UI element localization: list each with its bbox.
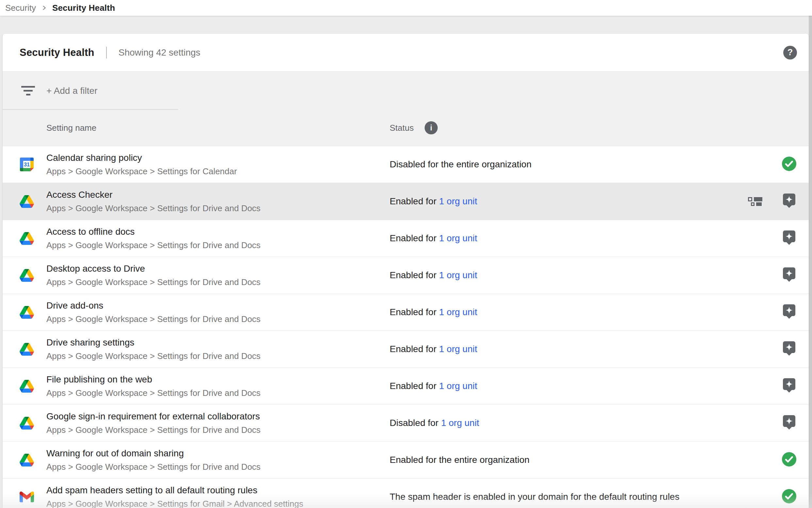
table-row[interactable]: 31 Desktop access to Drive Apps > Google… [3,257,809,294]
status-text: Enabled for [390,381,436,391]
row-title: File publishing on the web [46,374,260,385]
breadcrumb-parent-link[interactable]: Security [5,3,36,13]
column-setting-name: Setting name [46,123,96,133]
row-path: Apps > Google Workspace > Settings for D… [46,277,260,287]
status-indicator-slot [782,415,797,431]
status-org-unit-link[interactable]: 1 org unit [439,344,477,354]
custom-rule-icon [748,197,763,206]
status-indicator-slot [782,267,797,283]
status-org-unit-link[interactable]: 1 org unit [439,270,477,280]
table-header: Setting name Status i [3,110,809,146]
table-row[interactable]: 31 Google sign-in requirement for extern… [3,405,809,441]
status-org-unit-link[interactable]: 1 org unit [439,233,477,243]
row-text: Add spam headers setting to all default … [46,485,303,508]
info-icon[interactable]: i [425,121,438,134]
page-title: Security Health [19,47,94,58]
drive-icon [19,195,34,208]
status-indicator-slot [782,157,797,172]
settings-table-body: 31 Calendar sharing policy Apps > Google… [3,146,809,508]
row-title: Google sign-in requirement for external … [46,411,260,422]
row-path: Apps > Google Workspace > Settings for D… [46,240,260,250]
row-title: Add spam headers setting to all default … [46,485,303,496]
app-icon: 31 [19,453,34,467]
row-title: Access to offline docs [46,226,260,237]
recommendation-icon[interactable] [783,267,795,279]
row-title: Desktop access to Drive [46,263,260,274]
row-text: File publishing on the web Apps > Google… [46,374,260,398]
page-scrollbar[interactable] [809,16,812,508]
drive-icon [19,454,34,466]
status-cell: Enabled for1 org unit [390,307,477,318]
breadcrumb: Security Security Health [0,0,812,16]
recommendation-icon[interactable] [783,415,795,427]
column-status: Status [390,123,414,133]
add-filter-button[interactable]: + Add a filter [46,86,97,96]
status-indicator-slot [782,489,797,505]
status-cell: Disabled for1 org unit [390,418,479,428]
status-org-unit-link[interactable]: 1 org unit [439,381,477,391]
recommendation-icon[interactable] [783,378,795,390]
row-title: Drive add-ons [46,300,260,311]
status-ok-icon [782,489,796,503]
row-title: Warning for out of domain sharing [46,448,260,459]
status-org-unit-link[interactable]: 1 org unit [439,307,477,317]
drive-icon [19,232,34,245]
status-cell: Enabled for1 org unit [390,344,477,354]
status-cell: Enabled for1 org unit [390,270,477,281]
row-text: Drive sharing settings Apps > Google Wor… [46,337,260,361]
status-text: Enabled for [390,233,436,243]
status-indicator-slot [782,194,797,209]
status-text: Enabled for [390,307,436,317]
status-text: Enabled for [390,196,436,206]
gmail-icon [19,491,34,502]
status-text: Enabled for the entire organization [390,455,529,465]
row-text: Access Checker Apps > Google Workspace >… [46,189,260,213]
settings-count: Showing 42 settings [118,47,200,58]
row-path: Apps > Google Workspace > Settings for G… [46,499,303,508]
drive-icon [19,417,34,429]
table-row[interactable]: 31 Calendar sharing policy Apps > Google… [3,146,809,183]
row-text: Access to offline docs Apps > Google Wor… [46,226,260,250]
status-org-unit-link[interactable]: 1 org unit [439,196,477,206]
status-ok-icon [782,157,796,171]
drive-icon [19,269,34,282]
app-icon: 31 [19,231,34,246]
row-text: Drive add-ons Apps > Google Workspace > … [46,300,260,324]
status-indicator-slot [782,304,797,320]
row-path: Apps > Google Workspace > Settings for D… [46,203,260,213]
table-row[interactable]: 31 File publishing on the web Apps > Goo… [3,368,809,405]
row-text: Desktop access to Drive Apps > Google Wo… [46,263,260,287]
status-org-unit-link[interactable]: 1 org unit [441,418,479,428]
table-row[interactable]: 31 Access to offline docs Apps > Google … [3,220,809,257]
status-indicator-slot [782,230,797,246]
svg-text:31: 31 [24,162,30,167]
status-cell: Enabled for1 org unit [390,196,477,207]
recommendation-icon[interactable] [783,304,795,316]
app-icon: 31 [19,268,34,283]
app-icon: 31 [19,305,34,320]
help-icon[interactable]: ? [783,46,797,59]
row-path: Apps > Google Workspace > Settings for D… [46,314,260,324]
recommendation-icon[interactable] [783,341,795,353]
table-row[interactable]: 31 Access Checker Apps > Google Workspac… [3,183,809,220]
app-icon: 31 [19,379,34,393]
recommendation-icon[interactable] [783,194,795,205]
table-row[interactable]: 31 Drive add-ons Apps > Google Workspace… [3,294,809,331]
table-row[interactable]: 31 Drive sharing settings Apps > Google … [3,331,809,368]
row-text: Google sign-in requirement for external … [46,411,260,435]
row-text: Warning for out of domain sharing Apps >… [46,448,260,472]
status-indicator-slot [782,452,797,468]
status-cell: Disabled for the entire organization [390,159,531,170]
table-row[interactable]: 31 Add spam headers setting to all defau… [3,478,809,508]
title-divider [106,47,107,58]
app-icon: 31 [19,416,34,430]
row-title: Calendar sharing policy [46,153,237,163]
status-cell: Enabled for the entire organization [390,455,529,465]
recommendation-icon[interactable] [783,230,795,242]
table-row[interactable]: 31 Warning for out of domain sharing App… [3,441,809,478]
app-icon: 31 [19,342,34,356]
app-icon: 31 [19,157,34,172]
row-path: Apps > Google Workspace > Settings for D… [46,351,260,361]
row-path: Apps > Google Workspace > Settings for D… [46,462,260,472]
row-title: Drive sharing settings [46,337,260,348]
